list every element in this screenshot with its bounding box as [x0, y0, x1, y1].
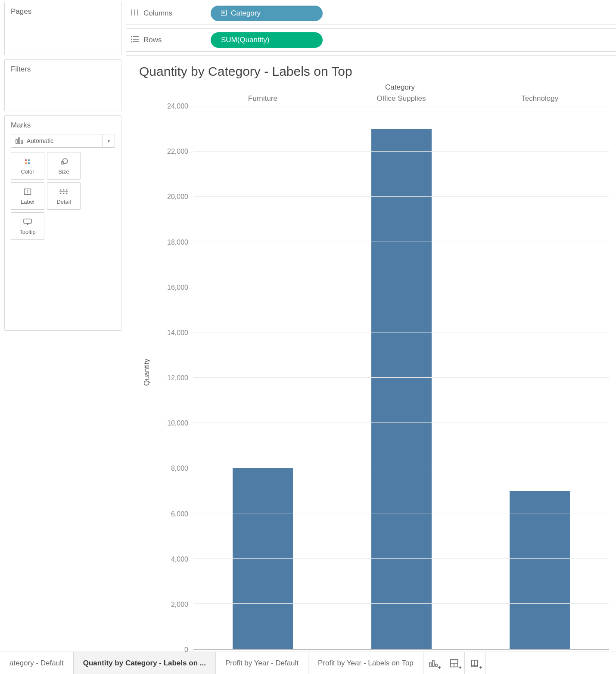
marks-shelf-title: Marks [11, 121, 115, 130]
chart-plot-area[interactable] [193, 106, 609, 650]
label-icon: T [24, 187, 31, 196]
marks-tooltip-button[interactable]: Tooltip [11, 212, 44, 240]
bar-slot [332, 106, 471, 649]
y-axis-ticks: 02,0004,0006,0008,00010,00012,00014,0001… [155, 106, 193, 650]
worksheet-tabs: ategory - DefaultQuantity by Category - … [0, 652, 616, 674]
category-label: Office Supplies [332, 94, 471, 106]
svg-rect-18 [24, 219, 31, 223]
worksheet-tab[interactable]: Quantity by Category - Labels on ... [74, 652, 216, 674]
category-label: Furniture [193, 94, 332, 106]
gridline [193, 196, 609, 197]
gridline [193, 603, 609, 604]
svg-point-15 [63, 193, 64, 194]
gridline [193, 332, 609, 332]
svg-point-13 [66, 189, 67, 190]
gridline [193, 106, 609, 106]
svg-rect-2 [21, 141, 22, 143]
rows-label: Rows [143, 36, 162, 44]
columns-pill-category[interactable]: Category [211, 6, 323, 21]
y-tick-label: 2,000 [171, 601, 188, 609]
gridline [193, 242, 609, 242]
columns-icon [131, 9, 139, 19]
svg-rect-31 [429, 663, 431, 666]
worksheet-tab[interactable]: Profit by Year - Default [216, 652, 308, 674]
marks-detail-button[interactable]: Detail [47, 182, 81, 210]
bar[interactable] [510, 491, 570, 649]
new-story-button[interactable]: + [465, 652, 485, 674]
y-tick-label: 6,000 [171, 510, 188, 518]
columns-pill-label: Category [231, 9, 261, 18]
pages-shelf-title: Pages [11, 7, 115, 16]
y-tick-label: 14,000 [167, 329, 188, 337]
chevron-down-icon[interactable]: ▼ [103, 134, 115, 147]
marks-tooltip-label: Tooltip [19, 229, 36, 235]
svg-point-12 [63, 189, 64, 190]
expand-icon [221, 9, 227, 18]
marks-color-label: Color [21, 168, 34, 175]
svg-rect-33 [436, 664, 437, 666]
worksheet-tab[interactable]: ategory - Default [0, 652, 74, 674]
rows-pill-quantity[interactable]: SUM(Quantity) [211, 32, 323, 48]
marks-card[interactable]: Marks Automatic ▼ Colo [4, 115, 121, 331]
pages-shelf[interactable]: Pages [4, 2, 121, 55]
filters-shelf[interactable]: Filters [4, 59, 121, 111]
svg-rect-32 [432, 661, 434, 666]
y-tick-label: 20,000 [167, 193, 188, 201]
svg-point-3 [25, 159, 27, 161]
color-icon [24, 157, 31, 166]
bar-slot [193, 106, 332, 649]
visualization-area[interactable]: Quantity by Category - Labels on Top Cat… [126, 55, 616, 652]
filters-shelf-title: Filters [11, 65, 115, 74]
svg-text:T: T [26, 189, 29, 194]
svg-point-29 [131, 38, 132, 40]
category-label: Technology [470, 94, 609, 106]
bar[interactable] [371, 129, 432, 649]
svg-point-8 [62, 158, 68, 164]
gridline [193, 513, 609, 513]
svg-point-30 [131, 41, 132, 42]
marks-size-label: Size [58, 168, 69, 175]
gridline [193, 558, 609, 559]
bar[interactable] [233, 468, 293, 649]
y-axis-title[interactable]: Quantity [139, 94, 155, 650]
category-labels: FurnitureOffice SuppliesTechnology [193, 94, 609, 106]
svg-point-5 [25, 162, 27, 164]
rows-icon [131, 35, 139, 45]
rows-shelf[interactable]: Rows SUM(Quantity) [126, 28, 616, 52]
marks-label-label: Label [21, 199, 34, 205]
svg-rect-1 [19, 138, 20, 143]
gridline [193, 377, 609, 378]
y-tick-label: 10,000 [167, 419, 188, 427]
marks-detail-label: Detail [56, 199, 71, 205]
viz-title[interactable]: Quantity by Category - Labels on Top [139, 64, 609, 79]
bar-chart-icon [16, 137, 23, 145]
tooltip-icon [23, 217, 32, 226]
gridline [193, 287, 609, 287]
detail-icon [59, 187, 68, 196]
new-worksheet-button[interactable]: + [423, 652, 444, 674]
svg-point-6 [28, 162, 30, 164]
y-tick-label: 12,000 [167, 374, 188, 382]
svg-point-11 [60, 189, 61, 190]
y-tick-label: 24,000 [167, 102, 188, 110]
rows-pill-label: SUM(Quantity) [221, 36, 269, 44]
y-tick-label: 22,000 [167, 148, 188, 155]
columns-shelf[interactable]: Columns Category [126, 2, 616, 25]
marks-size-button[interactable]: Size [47, 152, 81, 180]
worksheet-tab[interactable]: Profit by Year - Labels on Top [308, 652, 423, 674]
svg-point-16 [66, 193, 67, 194]
bar-slot [470, 106, 609, 649]
svg-point-14 [60, 193, 61, 194]
x-dimension-title: Category [191, 83, 609, 92]
svg-point-28 [131, 36, 132, 37]
marks-label-button[interactable]: T Label [11, 182, 44, 210]
new-dashboard-button[interactable]: + [444, 652, 465, 674]
y-tick-label: 4,000 [171, 556, 188, 563]
columns-label: Columns [143, 9, 172, 18]
gridline [193, 468, 609, 468]
marks-color-button[interactable]: Color [11, 152, 44, 180]
mark-type-dropdown[interactable]: Automatic ▼ [11, 134, 115, 148]
svg-point-4 [28, 159, 30, 161]
y-tick-label: 8,000 [171, 465, 188, 472]
y-tick-label: 0 [184, 646, 188, 654]
